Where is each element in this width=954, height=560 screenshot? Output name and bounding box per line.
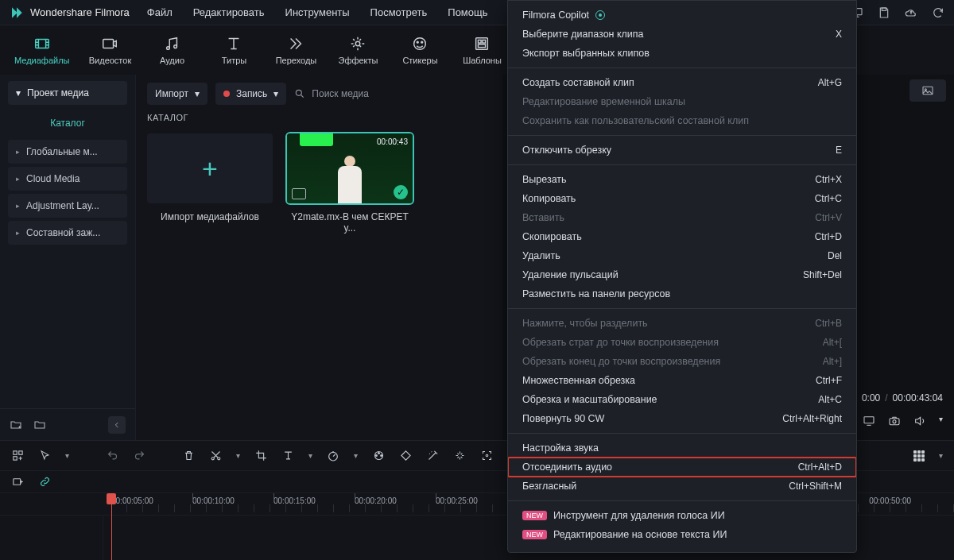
refresh-icon[interactable] xyxy=(932,6,944,19)
ctx-item[interactable]: СкопироватьCtrl+D xyxy=(508,227,856,246)
import-dropdown[interactable]: Импорт ▾ xyxy=(147,83,207,105)
menu-помощь[interactable]: Помощь xyxy=(448,6,487,18)
import-media-tile[interactable]: + Импорт медиафайлов xyxy=(147,133,273,234)
ctx-item[interactable]: NEWРедактирование на основе текста ИИ xyxy=(508,525,856,544)
tab-0[interactable]: Медиафайлы xyxy=(14,35,69,65)
camera-icon[interactable] xyxy=(888,415,901,427)
sidebar-catalog-link[interactable]: Каталог xyxy=(0,110,135,137)
pointer-icon[interactable] xyxy=(38,450,51,462)
apps-icon[interactable] xyxy=(11,450,24,462)
svg-point-14 xyxy=(297,90,302,95)
ctx-item[interactable]: Обрезка и масштабированиеAlt+C xyxy=(508,390,856,409)
ctx-item[interactable]: Множественная обрезкаCtrl+F xyxy=(508,371,856,390)
ctx-item[interactable]: Экспорт выбранных клипов xyxy=(508,44,856,63)
svg-rect-3 xyxy=(103,40,114,48)
ctx-item[interactable]: ВырезатьCtrl+X xyxy=(508,170,856,189)
menu-инструменты[interactable]: Инструменты xyxy=(285,6,350,18)
menu-посмотреть[interactable]: Посмотреть xyxy=(370,6,428,18)
ctx-item[interactable]: Удаление пульсацийShift+Del xyxy=(508,265,856,284)
chevron-down-icon[interactable]: ▾ xyxy=(939,415,943,427)
magic2-icon[interactable] xyxy=(453,450,466,462)
redo-icon[interactable] xyxy=(133,450,145,462)
ctx-item[interactable]: Создать составной клипAlt+G xyxy=(508,73,856,92)
add-track-icon[interactable] xyxy=(11,476,24,489)
cloud-upload-icon[interactable] xyxy=(905,6,917,19)
cut-icon[interactable] xyxy=(209,450,222,462)
chevron-down-icon[interactable]: ▾ xyxy=(65,451,69,460)
filmora-icon xyxy=(10,6,24,20)
sidebar-item-0[interactable]: ▸Глобальные м... xyxy=(8,140,127,164)
display-icon[interactable] xyxy=(863,415,875,427)
text-icon[interactable] xyxy=(281,450,294,462)
ctx-label: Нажмите, чтобы разделить xyxy=(522,318,648,329)
ctx-item[interactable]: Выберите диапазон клипаX xyxy=(508,25,856,44)
svg-rect-1 xyxy=(882,8,886,10)
svg-rect-20 xyxy=(13,451,16,454)
chevron-down-icon[interactable]: ▾ xyxy=(939,451,943,460)
ctx-item[interactable]: УдалитьDel xyxy=(508,246,856,265)
grid-view-button[interactable] xyxy=(913,450,925,462)
volume-icon[interactable] xyxy=(913,415,926,427)
chevron-down-icon[interactable]: ▾ xyxy=(354,451,358,460)
ctx-label: Обрезка и масштабирование xyxy=(522,394,657,405)
ctx-item[interactable]: Повернуть 90 CWCtrl+Alt+Right xyxy=(508,409,856,428)
ruler-mark: 00:00:25:00 xyxy=(436,493,517,505)
ctx-item: ВставитьCtrl+V xyxy=(508,208,856,227)
ctx-item[interactable]: NEWИнструмент для удаления голоса ИИ xyxy=(508,506,856,525)
menu-редактировать[interactable]: Редактировать xyxy=(193,6,265,18)
save-icon[interactable] xyxy=(878,6,890,19)
sidebar-item-2[interactable]: ▸Adjustment Lay... xyxy=(8,194,127,218)
tab-label: Титры xyxy=(222,56,246,65)
crop-icon[interactable] xyxy=(254,450,267,462)
svg-point-27 xyxy=(378,452,379,454)
tab-5[interactable]: Эффекты xyxy=(336,35,379,65)
ctx-item[interactable]: КопироватьCtrl+C xyxy=(508,189,856,208)
copilot-icon xyxy=(595,10,605,20)
color-icon[interactable] xyxy=(372,450,385,462)
speed-icon[interactable] xyxy=(327,450,339,462)
svg-rect-18 xyxy=(890,419,899,425)
folder-icon[interactable] xyxy=(33,419,46,431)
wand-icon[interactable] xyxy=(426,450,439,462)
link-icon[interactable] xyxy=(38,476,51,489)
chevron-down-icon[interactable]: ▾ xyxy=(236,451,240,460)
folder-add-icon[interactable] xyxy=(10,419,22,431)
collapse-sidebar-button[interactable] xyxy=(108,416,126,434)
ctx-item[interactable]: Отключить обрезкуE xyxy=(508,141,856,160)
sidebar-item-label: Cloud Media xyxy=(26,173,80,184)
sidebar-header[interactable]: ▾ Проект медиа xyxy=(8,81,127,105)
tab-4[interactable]: Переходы xyxy=(274,35,317,65)
tab-7[interactable]: Шаблоны xyxy=(460,35,503,65)
preview-thumb-button[interactable] xyxy=(909,79,946,102)
ctx-item[interactable]: БезгласныйCtrl+Shift+M xyxy=(508,477,856,496)
ctx-item[interactable]: Настройка звука xyxy=(508,438,856,458)
sidebar-item-label: Глобальные м... xyxy=(26,146,98,157)
ctx-shortcut: Ctrl+F xyxy=(816,375,842,386)
keyframe-icon[interactable] xyxy=(399,450,412,462)
tab-2[interactable]: Аудио xyxy=(150,35,193,65)
ctx-shortcut: Ctrl+X xyxy=(815,174,842,185)
chevron-down-icon[interactable]: ▾ xyxy=(308,451,312,460)
undo-icon[interactable] xyxy=(106,450,118,462)
tab-label: Видеосток xyxy=(89,56,131,65)
search-input[interactable]: Поиск медиа xyxy=(294,88,369,99)
svg-point-28 xyxy=(380,455,382,457)
tab-1[interactable]: Видеосток xyxy=(88,35,131,65)
media-clip-tile[interactable]: 00:00:43 ✓ Y2mate.mx-В чем СЕКРЕТ у... xyxy=(287,133,413,234)
ctx-shortcut: Ctrl+B xyxy=(815,318,842,329)
record-dropdown[interactable]: Запись ▾ xyxy=(215,83,286,105)
sidebar-item-3[interactable]: ▸Составной заж... xyxy=(8,221,127,245)
ctx-shortcut: Ctrl+Alt+D xyxy=(798,462,842,473)
focus-icon[interactable] xyxy=(480,450,493,462)
ctx-item[interactable]: Отсоединить аудиоCtrl+Alt+D xyxy=(508,458,856,477)
tab-6[interactable]: Стикеры xyxy=(398,35,441,65)
ctx-item[interactable]: Filmora Copilot xyxy=(508,6,856,25)
menu-файл[interactable]: Файл xyxy=(147,6,173,18)
ctx-shortcut: Ctrl+Alt+Right xyxy=(782,413,842,424)
tab-3[interactable]: Титры xyxy=(212,35,255,65)
sidebar-item-1[interactable]: ▸Cloud Media xyxy=(8,167,127,191)
delete-icon[interactable] xyxy=(182,450,195,462)
tab-label: Медиафайлы xyxy=(14,56,69,65)
ctx-item[interactable]: Разместить на панели ресурсов xyxy=(508,284,856,303)
playhead-icon xyxy=(107,493,116,504)
